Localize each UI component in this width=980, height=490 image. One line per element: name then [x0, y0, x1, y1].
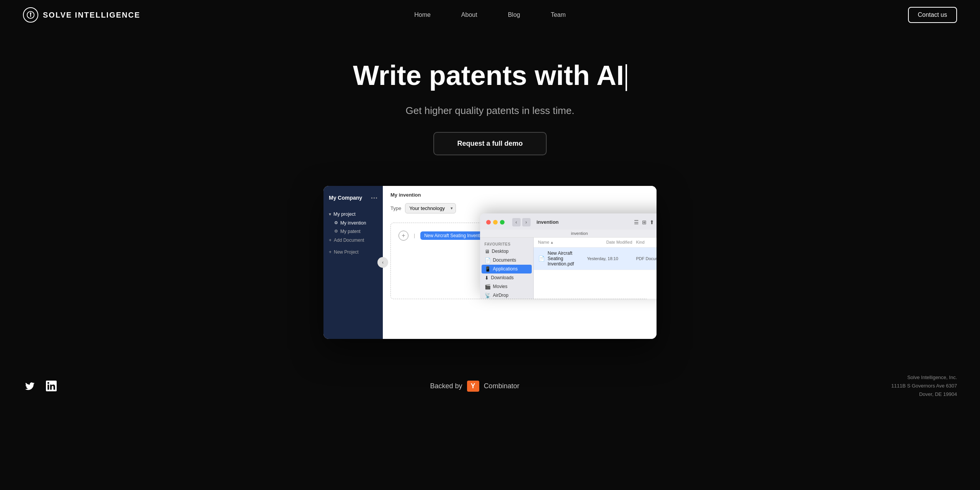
footer: Backed by Y Combinator Solve Intelligenc…	[0, 354, 980, 414]
fb-header-bar: invention +	[480, 230, 657, 238]
nav-home[interactable]: Home	[414, 11, 431, 18]
fb-sidebar-applications[interactable]: 📱 Applications	[482, 265, 532, 273]
footer-social	[23, 379, 58, 393]
chevron-icon: ▾	[329, 212, 331, 217]
hero-section: Write patents with AI Get higher quality…	[0, 30, 980, 171]
drag-separator: |	[414, 233, 415, 238]
fb-toolbar-icons: ☰ ⊞ ⬆ ○ » ⌕	[634, 219, 657, 225]
footer-yc: Backed by Y Combinator	[430, 381, 519, 392]
contact-button[interactable]: Contact us	[908, 7, 957, 23]
hero-subtitle: Get higher quality patents in less time.	[8, 105, 972, 117]
fb-sidebar-documents[interactable]: 📄 Documents	[480, 256, 533, 265]
sidebar-item-project[interactable]: ▾ My project	[323, 210, 383, 219]
address-line3: Dover, DE 19904	[891, 390, 957, 399]
fb-share-icon[interactable]: ⬆	[650, 219, 654, 225]
nav-about[interactable]: About	[461, 11, 477, 18]
add-document-btn[interactable]: + Add Document	[323, 236, 383, 245]
app-window: My Company ⋯ ▾ My project ⚙ My invention…	[323, 186, 657, 339]
fb-column-headers: Name ▴ Date Modified Kind	[534, 238, 657, 247]
sidebar-section: ▾ My project ⚙ My invention ⚙ My patent …	[323, 208, 383, 246]
fb-file-list: Name ▴ Date Modified Kind 📄 New Aircraft…	[534, 238, 657, 299]
linkedin-icon[interactable]	[44, 379, 58, 393]
fb-favorites-label: Favourites	[480, 241, 533, 247]
nav-links: Home About Blog Team	[414, 11, 566, 18]
navbar: SOLVE INTELLIGENCE Home About Blog Team …	[0, 0, 980, 30]
upload-area[interactable]: + | New Aircraft Seating Invention.pdf +	[390, 223, 649, 299]
collapse-sidebar-btn[interactable]: ‹	[377, 257, 388, 268]
add-document-label: Add Document	[334, 238, 364, 243]
fb-close-btn[interactable]	[486, 220, 491, 225]
backed-by-text: Backed by	[430, 382, 462, 390]
logo: SOLVE INTELLIGENCE	[23, 7, 140, 23]
fb-minimize-btn[interactable]	[493, 220, 498, 225]
company-name: My Company	[329, 195, 362, 201]
invention-label: My invention	[340, 220, 366, 226]
sidebar-item-patent[interactable]: ⚙ My patent	[323, 227, 383, 236]
fb-titlebar: ‹ › invention ☰ ⊞ ⬆ ○ » ⌕	[480, 213, 657, 230]
demo-button[interactable]: Request a full demo	[433, 132, 546, 155]
project-label: My project	[333, 212, 356, 217]
movies-icon: 🎬	[485, 284, 491, 290]
file-browser: ‹ › invention ☰ ⊞ ⬆ ○ » ⌕	[480, 213, 657, 299]
applications-icon: 📱	[485, 266, 491, 272]
svg-point-1	[30, 13, 31, 13]
fb-forward-btn[interactable]: ›	[522, 218, 531, 226]
fb-body: Favourites 🖥 Desktop 📄 Documents 📱	[480, 238, 657, 299]
documents-icon: 📄	[485, 257, 491, 263]
main-panel: My invention Type Your technology Prior …	[383, 186, 657, 339]
cursor	[626, 64, 627, 91]
combinator-text: Combinator	[484, 382, 519, 390]
desktop-icon: 🖥	[485, 249, 490, 254]
patent-icon: ⚙	[334, 229, 338, 234]
new-project-label: New Project	[334, 249, 359, 255]
sidebar-menu-dots[interactable]: ⋯	[371, 194, 377, 202]
new-project-btn[interactable]: + New Project	[323, 246, 383, 258]
fb-sidebar-movies[interactable]: 🎬 Movies	[480, 282, 533, 291]
fb-file-date: Yesterday, 18:10	[587, 256, 633, 261]
fb-path: invention	[537, 219, 631, 225]
fb-view-icon[interactable]: ☰	[634, 219, 639, 225]
fb-col-kind: Kind	[636, 240, 657, 245]
footer-address: Solve Intelligence, Inc. 1111B S Governo…	[891, 373, 957, 399]
screenshot-container: My Company ⋯ ▾ My project ⚙ My invention…	[0, 171, 980, 339]
pdf-icon: 📄	[538, 256, 545, 262]
fb-col-date: Date Modified	[606, 240, 632, 245]
fb-nav-btns: ‹ ›	[512, 218, 531, 226]
fb-sidebar-downloads[interactable]: ⬇ Downloads	[480, 273, 533, 282]
fb-file-kind: PDF Document	[636, 256, 657, 261]
logo-icon	[23, 7, 38, 23]
type-label: Type	[390, 205, 401, 211]
type-row: Type Your technology Prior art Other	[390, 203, 649, 213]
app-sidebar: My Company ⋯ ▾ My project ⚙ My invention…	[323, 186, 383, 339]
patent-label: My patent	[340, 229, 361, 234]
sidebar-item-invention[interactable]: ⚙ My invention	[323, 219, 383, 227]
address-line2: 1111B S Governors Ave 6307	[891, 382, 957, 390]
type-select-wrap: Your technology Prior art Other	[405, 203, 456, 213]
fb-col-name: Name ▴	[538, 240, 553, 245]
type-select[interactable]: Your technology Prior art Other	[405, 203, 456, 213]
fb-file-sidebar: Favourites 🖥 Desktop 📄 Documents 📱	[480, 238, 534, 299]
nav-team[interactable]: Team	[551, 11, 566, 18]
address-line1: Solve Intelligence, Inc.	[891, 373, 957, 382]
fb-window-controls	[486, 220, 505, 225]
fb-file-row[interactable]: 📄 New Aircraft Seating Invention.pdf Yes…	[534, 247, 657, 270]
new-project-icon: +	[329, 249, 332, 255]
fb-location-label: invention	[485, 231, 657, 236]
fb-grid-icon[interactable]: ⊞	[642, 219, 647, 225]
twitter-icon[interactable]	[23, 379, 37, 393]
downloads-icon: ⬇	[485, 275, 489, 281]
hero-title: Write patents with AI	[353, 60, 627, 91]
sidebar-header: My Company ⋯	[323, 194, 383, 208]
fb-sidebar-airdrop[interactable]: 📡 AirDrop	[480, 291, 533, 299]
upload-plus-btn[interactable]: +	[399, 231, 408, 241]
logo-text: SOLVE INTELLIGENCE	[43, 11, 140, 20]
yc-badge: Y	[467, 381, 479, 392]
invention-icon: ⚙	[334, 220, 338, 225]
nav-blog[interactable]: Blog	[508, 11, 520, 18]
add-icon: +	[329, 238, 332, 243]
airdrop-icon: 📡	[485, 293, 491, 298]
fb-sidebar-desktop[interactable]: 🖥 Desktop	[480, 247, 533, 256]
fb-back-btn[interactable]: ‹	[512, 218, 521, 226]
fb-maximize-btn[interactable]	[500, 220, 505, 225]
fb-filename: New Aircraft Seating Invention.pdf	[548, 251, 584, 267]
